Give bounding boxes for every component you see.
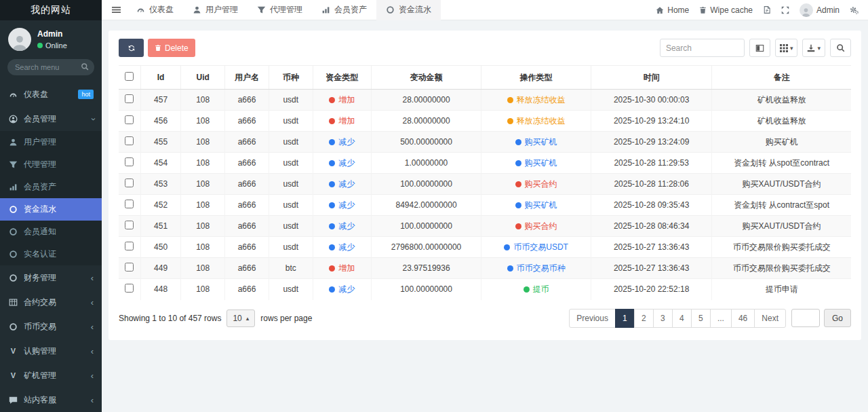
page-button-5[interactable]: 5 bbox=[691, 309, 711, 328]
nav-tab-fund-flow[interactable]: 资金流水 bbox=[376, 0, 441, 20]
table-search-input[interactable] bbox=[660, 39, 745, 57]
sidebar-item-coin-trade[interactable]: 币币交易‹ bbox=[0, 314, 102, 339]
wipe-cache-button[interactable]: Wipe cache bbox=[699, 5, 753, 15]
select-all-checkbox[interactable] bbox=[125, 72, 134, 81]
delete-button[interactable]: Delete bbox=[148, 39, 195, 57]
page-button-3[interactable]: 3 bbox=[653, 309, 673, 328]
cell-select bbox=[119, 132, 140, 153]
nav-tab-user-mgmt[interactable]: 用户管理 bbox=[183, 0, 248, 20]
page-size-dropdown[interactable]: 10 ▴ bbox=[226, 310, 255, 327]
nav-tab-member-assets[interactable]: 会员资产 bbox=[312, 0, 376, 20]
columns-button[interactable]: ▾ bbox=[775, 39, 798, 57]
cell-coin: btc bbox=[269, 258, 313, 279]
fund-type-label: 减少 bbox=[338, 200, 355, 211]
cell-op-type: 购买矿机 bbox=[481, 153, 591, 174]
fund-type-badge: 减少 bbox=[329, 157, 355, 169]
language-file-icon[interactable] bbox=[763, 5, 771, 14]
column-header-time[interactable]: 时间 bbox=[591, 66, 712, 90]
cell-amount: 23.97519936 bbox=[372, 258, 481, 279]
row-checkbox[interactable] bbox=[125, 200, 134, 208]
cell-id: 457 bbox=[140, 90, 180, 111]
settings-cogs-icon[interactable] bbox=[850, 5, 859, 14]
sidebar-item-dashboard[interactable]: 仪表盘hot bbox=[0, 82, 102, 107]
hamburger-icon[interactable] bbox=[106, 5, 127, 14]
cell-op-type: 释放冻结收益 bbox=[481, 111, 591, 132]
nav-tab-label: 仪表盘 bbox=[149, 4, 174, 16]
op-type-label: 购买合约 bbox=[525, 221, 557, 232]
sidebar-item-realname-auth[interactable]: 实名认证 bbox=[0, 243, 102, 265]
goto-page-input[interactable] bbox=[791, 309, 820, 327]
sidebar-item-service[interactable]: 站内客服‹ bbox=[0, 388, 102, 412]
next-page-button[interactable]: Next bbox=[754, 309, 786, 328]
fullscreen-icon[interactable] bbox=[781, 6, 789, 14]
previous-page-button[interactable]: Previous bbox=[569, 309, 616, 328]
sidebar-item-label: 合约交易 bbox=[24, 297, 85, 308]
table-row: 452108a666usdt减少84942.00000000购买矿机2025-1… bbox=[119, 195, 851, 216]
row-checkbox[interactable] bbox=[125, 136, 134, 145]
row-checkbox[interactable] bbox=[125, 242, 134, 250]
refresh-button[interactable] bbox=[119, 39, 144, 57]
sidebar-item-member-notice[interactable]: 会员通知 bbox=[0, 221, 102, 243]
sidebar-item-fund-flow[interactable]: 资金流水 bbox=[0, 198, 102, 221]
cell-select bbox=[119, 174, 140, 195]
column-header-uid[interactable]: Uid bbox=[181, 66, 225, 90]
circle-o-icon bbox=[386, 5, 395, 14]
sidebar-item-miner-mgmt[interactable]: V矿机管理‹ bbox=[0, 363, 102, 388]
cell-coin: usdt bbox=[269, 90, 313, 111]
sidebar-item-finance-mgmt[interactable]: 财务管理‹ bbox=[0, 265, 102, 290]
user-name: Admin bbox=[37, 29, 67, 39]
cell-uid: 108 bbox=[181, 258, 225, 279]
home-icon bbox=[656, 6, 664, 14]
table-header: IdUid用户名币种资金类型变动金额操作类型时间备注 bbox=[119, 66, 851, 90]
cell-uid: 108 bbox=[181, 216, 225, 237]
cell-remark: 购买XAUT/USDT合约 bbox=[712, 174, 851, 195]
export-button[interactable]: ▾ bbox=[802, 39, 825, 57]
admin-user-menu[interactable]: Admin bbox=[800, 3, 840, 17]
row-checkbox[interactable] bbox=[125, 221, 134, 229]
column-header-amount[interactable]: 变动金额 bbox=[372, 66, 481, 90]
cell-username: a666 bbox=[225, 153, 269, 174]
column-header-remark[interactable]: 备注 bbox=[712, 66, 851, 90]
cell-remark: 提币申请 bbox=[712, 279, 851, 300]
row-checkbox[interactable] bbox=[125, 157, 134, 166]
page-button-2[interactable]: 2 bbox=[634, 309, 654, 328]
row-checkbox[interactable] bbox=[125, 284, 134, 293]
row-checkbox[interactable] bbox=[125, 115, 134, 124]
row-checkbox[interactable] bbox=[125, 94, 134, 103]
cell-id: 456 bbox=[140, 111, 180, 132]
row-checkbox[interactable] bbox=[125, 179, 134, 187]
nav-tab-dashboard[interactable]: 仪表盘 bbox=[127, 0, 183, 20]
home-button[interactable]: Home bbox=[656, 5, 689, 15]
cell-time: 2025-10-20 22:52:18 bbox=[591, 279, 712, 300]
sidebar-item-agent-mgmt[interactable]: 代理管理 bbox=[0, 153, 102, 176]
nav-tab-agent-mgmt[interactable]: 代理管理 bbox=[248, 0, 312, 20]
row-checkbox[interactable] bbox=[125, 263, 134, 271]
sidebar-item-member-mgmt[interactable]: 会员管理‹ bbox=[0, 107, 102, 131]
sidebar-item-contract-trade[interactable]: 合约交易‹ bbox=[0, 290, 102, 314]
sidebar-item-subscribe-mgmt[interactable]: V认购管理‹ bbox=[0, 339, 102, 363]
go-button[interactable]: Go bbox=[824, 309, 851, 327]
fund-type-badge: 减少 bbox=[329, 284, 355, 295]
column-header-coin[interactable]: 币种 bbox=[269, 66, 313, 90]
column-header-username[interactable]: 用户名 bbox=[225, 66, 269, 90]
search-toggle-button[interactable] bbox=[830, 39, 851, 57]
op-type-badge: 币币交易USDT bbox=[504, 242, 568, 253]
dot-icon bbox=[507, 265, 513, 271]
column-header-fund-type[interactable]: 资金类型 bbox=[313, 66, 371, 90]
cell-remark: 矿机收益释放 bbox=[712, 90, 851, 111]
top-navbar: 仪表盘用户管理代理管理会员资产资金流水 Home Wipe cache Admi… bbox=[102, 0, 868, 20]
column-header-id[interactable]: Id bbox=[140, 66, 180, 90]
cell-uid: 108 bbox=[181, 174, 225, 195]
column-header-op-type[interactable]: 操作类型 bbox=[481, 66, 591, 90]
page-button-4[interactable]: 4 bbox=[672, 309, 692, 328]
page-button-1[interactable]: 1 bbox=[615, 309, 635, 328]
sidebar-item-member-assets[interactable]: 会员资产 bbox=[0, 176, 102, 198]
page-button-46[interactable]: 46 bbox=[731, 309, 755, 328]
sidebar-item-user-mgmt[interactable]: 用户管理 bbox=[0, 131, 102, 153]
card-view-button[interactable] bbox=[749, 39, 770, 57]
table-row: 457108a666usdt增加28.00000000释放冻结收益2025-10… bbox=[119, 90, 851, 111]
chevron-left-icon: ‹ bbox=[91, 396, 94, 405]
cell-username: a666 bbox=[225, 195, 269, 216]
dashboard-icon bbox=[8, 90, 18, 99]
cell-select bbox=[119, 216, 140, 237]
